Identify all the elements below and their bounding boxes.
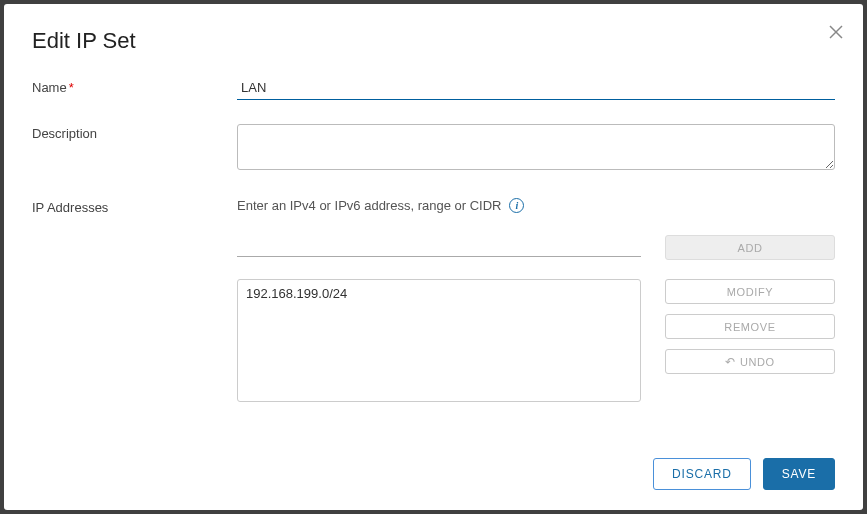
ip-address-list[interactable]: 192.168.199.0/24	[237, 279, 641, 402]
close-icon[interactable]	[829, 24, 843, 42]
name-label: Name*	[32, 78, 237, 100]
ip-hint-text: Enter an IPv4 or IPv6 address, range or …	[237, 198, 501, 213]
list-item[interactable]: 192.168.199.0/24	[246, 285, 632, 302]
ip-address-input[interactable]	[237, 235, 641, 257]
description-input[interactable]	[237, 124, 835, 170]
dialog-title: Edit IP Set	[32, 28, 835, 54]
remove-button[interactable]: REMOVE	[665, 314, 835, 339]
description-label: Description	[32, 124, 237, 174]
edit-ip-set-dialog: Edit IP Set Name* Description IP Address…	[4, 4, 863, 510]
ip-addresses-label: IP Addresses	[32, 198, 237, 402]
save-button[interactable]: SAVE	[763, 458, 835, 490]
info-icon[interactable]: i	[509, 198, 524, 213]
modify-button[interactable]: MODIFY	[665, 279, 835, 304]
undo-button[interactable]: ↶UNDO	[665, 349, 835, 374]
add-button[interactable]: ADD	[665, 235, 835, 260]
undo-icon: ↶	[725, 355, 736, 369]
required-indicator: *	[69, 80, 74, 95]
discard-button[interactable]: DISCARD	[653, 458, 751, 490]
name-input[interactable]	[237, 78, 835, 100]
